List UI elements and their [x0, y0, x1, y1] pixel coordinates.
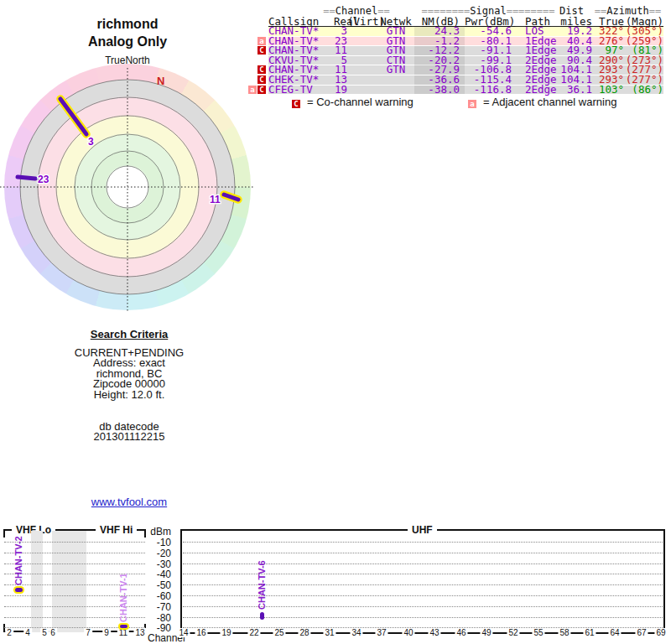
- azimuth-radar-plot: N 32311: [0, 64, 255, 315]
- dbm-tick-label: -10: [143, 537, 171, 548]
- channel-tick-label: 67: [635, 628, 648, 637]
- row-warning-icons: aC: [248, 86, 266, 94]
- search-criteria: Search Criteria CURRENT+PENDINGAddress: …: [0, 328, 258, 443]
- channel-tick-label: 25: [273, 628, 285, 637]
- gridline: [183, 542, 663, 543]
- vhf-hi-label: VHF Hi: [96, 524, 137, 536]
- channel-tick-label: 5: [40, 628, 49, 637]
- gridline: [4, 542, 145, 543]
- gridline: [183, 595, 663, 596]
- gridline: [183, 564, 663, 564]
- dbm-tick-label: -60: [143, 590, 171, 602]
- cell-virt-channel: [347, 65, 377, 75]
- cell-power: -116.8: [465, 86, 512, 95]
- uhf-label: UHF: [408, 524, 437, 536]
- adjacent-channel-legend-text: = Adjacent channel warning: [483, 96, 616, 108]
- search-criteria-line: [0, 400, 258, 422]
- channel-tick-label: 22: [247, 628, 260, 637]
- cell-virt-channel: [347, 56, 377, 65]
- channel-tick-label: 43: [428, 628, 440, 637]
- col-header-virt: (Virt): [347, 15, 377, 28]
- channel-tick-label: 34: [350, 628, 362, 637]
- channel-tick-label: 31: [323, 628, 336, 637]
- cell-azimuth-true: 103°: [592, 86, 624, 95]
- co-channel-legend: C= Co-channel warning: [292, 96, 414, 108]
- cell-virt-channel: [347, 86, 377, 95]
- co-channel-warning-icon: C: [292, 100, 300, 108]
- channel-tick-label: 37: [375, 628, 388, 637]
- north-marker-label: N: [157, 75, 164, 87]
- tvfool-link[interactable]: www.tvfool.com: [91, 496, 167, 508]
- cell-noise-margin: -38.0: [414, 86, 465, 95]
- search-criteria-lines: CURRENT+PENDINGAddress: exactrichmond, B…: [0, 348, 258, 443]
- dbm-tick-label: -20: [143, 548, 171, 559]
- adjacent-channel-legend: a= Adjacent channel warning: [468, 96, 616, 108]
- report-mode-label: Analog Only: [0, 34, 255, 49]
- channel-tick-label: 2: [5, 628, 13, 637]
- gridline: [183, 553, 663, 553]
- cell-path: 2Edge: [512, 86, 554, 95]
- azimuth-group-header: ==Azimuth==: [592, 5, 663, 17]
- channel-tick-label: 6: [49, 628, 57, 637]
- adjacent-channel-warning-icon: a: [257, 37, 266, 45]
- row-warning-icons: C: [257, 46, 266, 55]
- signal-marker-callsign: CHAN-TV-1: [118, 573, 128, 622]
- gridline: [4, 564, 145, 564]
- gridline: [183, 606, 663, 607]
- cell-network: [377, 75, 414, 85]
- cell-azimuth-magnetic: (86°): [624, 86, 663, 95]
- station-marker: [18, 177, 35, 179]
- channel-group-header: ==Channel==: [319, 5, 394, 17]
- row-warning-icons: C: [257, 75, 266, 84]
- channel-tick-label: 55: [532, 628, 544, 637]
- channel-tick-label: 69: [654, 628, 667, 637]
- signal-marker: [260, 612, 264, 620]
- website-link-row: www.tvfool.com: [0, 496, 258, 508]
- station-marker: [60, 99, 86, 134]
- table-row: aCCFEG-TV19-38.0-116.82Edge36.1103°(86°): [268, 86, 663, 96]
- dbm-axis-label: dBm: [143, 526, 171, 538]
- channel-tick-label: 14: [177, 628, 190, 637]
- cell-distance: 36.1: [554, 86, 592, 95]
- channel-tick-label: 46: [455, 628, 467, 637]
- channel-tick-label: 16: [195, 628, 207, 637]
- cell-network: [377, 86, 414, 95]
- signal-power-chart: VHF Lo VHF Hi UHF dBm Channel -10-20-30-…: [0, 516, 671, 644]
- adjacent-channel-warning-icon: a: [248, 86, 257, 94]
- signal-marker-callsign: CHAN-TV-6: [257, 560, 267, 610]
- cell-network: GTN: [377, 65, 414, 75]
- cell-virt-channel: [347, 37, 377, 46]
- channel-tick-label: 49: [480, 628, 492, 637]
- dbm-tick-label: -70: [143, 601, 171, 613]
- station-marker-label: 3: [88, 136, 94, 148]
- dbm-tick-label: -90: [143, 622, 171, 634]
- radar-overlay: N 32311: [0, 64, 255, 315]
- channel-tick-label: 11: [117, 628, 129, 637]
- dist-group-header: Dist: [545, 5, 584, 17]
- cell-real-channel: 19: [334, 86, 347, 95]
- channel-tick-label: 58: [558, 628, 570, 637]
- cell-virt-channel: [347, 27, 377, 36]
- channel-tick-label: 7: [84, 628, 92, 637]
- co-channel-warning-icon: C: [257, 65, 266, 74]
- channel-tick-label: 64: [608, 628, 621, 637]
- signal-marker: [120, 625, 127, 628]
- channel-tick-label: 52: [507, 628, 519, 637]
- dbm-tick-label: -50: [143, 579, 171, 591]
- gridline: [4, 553, 145, 553]
- channel-tick-label: 40: [402, 628, 414, 637]
- dbm-tick-label: -40: [143, 569, 171, 580]
- page-title: richmond: [0, 17, 255, 32]
- channel-tick-label: 19: [220, 628, 232, 637]
- signal-marker-callsign: CHAN-TV-2: [13, 536, 23, 585]
- gridline: [183, 574, 663, 574]
- channel-tick-label: 13: [133, 628, 146, 637]
- co-channel-legend-text: = Co-channel warning: [307, 96, 414, 108]
- row-warning-icons: C: [257, 65, 266, 74]
- search-criteria-line: Height: 12.0 ft.: [0, 390, 258, 400]
- co-channel-warning-icon: C: [257, 75, 266, 84]
- co-channel-warning-icon: C: [257, 86, 266, 94]
- tvfool-report: richmond Analog Only TrueNorth N 32311 =…: [0, 0, 671, 644]
- vhf-corner-stub: [3, 529, 5, 538]
- cell-virt-channel: [347, 46, 377, 55]
